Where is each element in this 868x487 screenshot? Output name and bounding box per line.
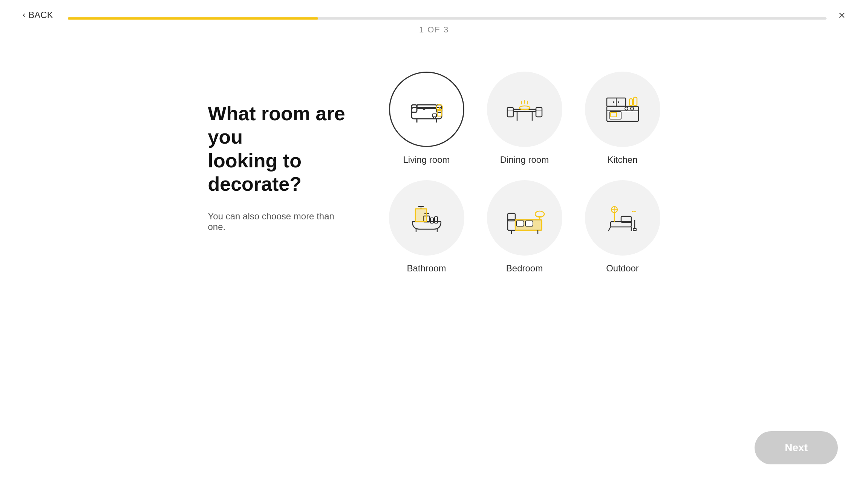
room-label-dining-room: Dining room — [500, 155, 549, 165]
room-label-bedroom: Bedroom — [506, 263, 543, 274]
svg-rect-29 — [611, 112, 617, 117]
left-panel: What room are youlooking to decorate? Yo… — [208, 72, 366, 232]
room-circle-bedroom — [487, 180, 562, 256]
step-indicator: 1 OF 3 — [419, 25, 449, 35]
room-label-bathroom: Bathroom — [407, 263, 446, 274]
next-button[interactable]: Next — [755, 431, 838, 464]
svg-rect-32 — [629, 99, 632, 106]
svg-point-27 — [618, 101, 619, 103]
room-circle-outdoor — [585, 180, 660, 256]
svg-rect-38 — [415, 209, 427, 222]
svg-rect-33 — [634, 97, 637, 106]
svg-rect-50 — [525, 221, 533, 226]
svg-point-31 — [631, 107, 634, 110]
room-item-living-room[interactable]: Living room — [389, 72, 464, 165]
svg-rect-49 — [516, 221, 524, 226]
dining-icon — [502, 87, 547, 132]
svg-rect-17 — [507, 107, 513, 117]
svg-rect-42 — [430, 218, 433, 223]
chevron-left-icon: ‹ — [23, 10, 25, 20]
svg-point-30 — [625, 107, 628, 110]
progress-bar-container — [68, 17, 827, 20]
close-icon: × — [838, 8, 845, 22]
room-label-kitchen: Kitchen — [607, 155, 637, 165]
back-label: BACK — [28, 10, 53, 20]
room-circle-dining-room — [487, 72, 562, 147]
sofa-icon — [404, 87, 449, 132]
room-item-bedroom[interactable]: Bedroom — [487, 180, 562, 274]
svg-rect-11 — [433, 114, 436, 117]
back-button[interactable]: ‹ BACK — [23, 10, 53, 20]
room-item-outdoor[interactable]: Outdoor — [585, 180, 660, 274]
svg-line-58 — [608, 227, 611, 231]
progress-bar-fill — [68, 17, 318, 20]
bathroom-icon — [404, 195, 449, 240]
svg-rect-43 — [435, 217, 438, 223]
room-grid: Living room — [389, 72, 660, 274]
svg-rect-19 — [536, 107, 542, 117]
room-item-bathroom[interactable]: Bathroom — [389, 180, 464, 274]
room-circle-kitchen — [585, 72, 660, 147]
room-circle-bathroom — [389, 180, 464, 256]
room-item-kitchen[interactable]: Kitchen — [585, 72, 660, 165]
outdoor-icon — [600, 195, 645, 240]
main-content: What room are youlooking to decorate? Yo… — [0, 49, 868, 487]
room-label-outdoor: Outdoor — [606, 263, 639, 274]
svg-point-26 — [613, 101, 614, 103]
room-item-dining-room[interactable]: Dining room — [487, 72, 562, 165]
room-circle-living-room — [389, 72, 464, 147]
kitchen-icon — [600, 87, 645, 132]
svg-rect-62 — [633, 228, 636, 231]
svg-rect-3 — [417, 105, 436, 109]
svg-rect-53 — [538, 216, 541, 217]
room-label-living-room: Living room — [403, 155, 450, 165]
page-subtitle: You can also choose more than one. — [208, 211, 351, 232]
page-title: What room are youlooking to decorate? — [208, 102, 351, 196]
close-button[interactable]: × — [838, 9, 845, 21]
bedroom-icon — [502, 195, 547, 240]
